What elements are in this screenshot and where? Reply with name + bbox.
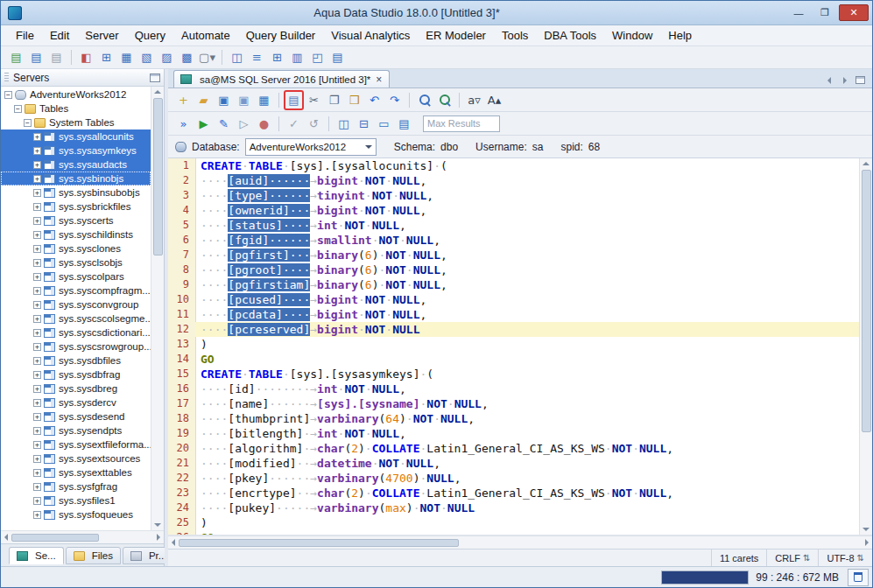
tree-item-tables[interactable]: −Tables <box>1 102 151 116</box>
execute-icon[interactable]: ▶ <box>194 115 213 133</box>
expand-icon[interactable]: + <box>33 217 41 225</box>
tree-item-sys-sysfoqueues[interactable]: +sys.sysfoqueues <box>1 508 151 522</box>
code-line-24[interactable]: 24····[pukey]·····→varbinary(max)·NOT·NU… <box>168 500 859 515</box>
expand-icon[interactable]: + <box>33 133 41 141</box>
sql-editor[interactable]: 1CREATE·TABLE·[sys].[sysallocunits]·(2··… <box>168 158 872 536</box>
tree-item-sys-sysdbfiles[interactable]: +sys.sysdbfiles <box>1 354 151 368</box>
execute-batch-icon[interactable]: » <box>174 115 193 133</box>
collapse-icon[interactable]: − <box>24 119 32 127</box>
expand-icon[interactable]: + <box>33 385 41 393</box>
menu-tools[interactable]: Tools <box>494 26 536 45</box>
tree-item-adventureworks2012[interactable]: −AdventureWorks2012 <box>1 88 151 102</box>
menu-automate[interactable]: Automate <box>173 26 238 45</box>
schema-browser-icon[interactable]: ▨ <box>158 48 176 66</box>
expand-icon[interactable]: + <box>33 301 41 309</box>
line-ending-selector[interactable]: CRLF ⇅ <box>766 550 818 566</box>
scroll-up-icon[interactable] <box>154 90 161 94</box>
expand-icon[interactable]: + <box>33 175 41 183</box>
query-builder-icon[interactable]: ⊞ <box>97 48 116 66</box>
execute-explain-icon[interactable]: ▷ <box>235 115 253 133</box>
form-editor-icon[interactable]: ◰ <box>308 48 327 66</box>
code-line-6[interactable]: 6····[fgid]······→smallint·NOT·NULL, <box>168 233 859 248</box>
tree-hscroll-thumb[interactable] <box>11 534 99 542</box>
expand-icon[interactable]: + <box>33 189 41 197</box>
code-line-26[interactable]: 26GO <box>168 530 859 535</box>
save-file-icon[interactable]: ▣ <box>215 91 233 109</box>
tree-item-sys-sysdesend[interactable]: +sys.sysdesend <box>1 410 151 424</box>
tree-item-sys-sysbinsubobjs[interactable]: +sys.sysbinsubobjs <box>1 186 151 200</box>
cut-icon[interactable]: ✂ <box>305 91 323 109</box>
tree-item-sys-sysdbreg[interactable]: +sys.sysdbreg <box>1 382 151 396</box>
menu-visual-analytics[interactable]: Visual Analytics <box>323 26 418 45</box>
tree-item-sys-sysexttables[interactable]: +sys.sysexttables <box>1 466 151 480</box>
expand-icon[interactable]: + <box>33 287 41 295</box>
expand-icon[interactable]: + <box>33 329 41 337</box>
menu-query-builder[interactable]: Query Builder <box>238 26 323 45</box>
scroll-left-icon[interactable] <box>172 539 175 546</box>
code-line-5[interactable]: 5····[status]····→int·NOT·NULL, <box>168 218 859 233</box>
maximize-button[interactable]: ❐ <box>813 4 837 21</box>
split-tab-vertical-icon[interactable]: ⊟ <box>355 115 373 133</box>
tree-item-sys-sysclones[interactable]: +sys.sysclones <box>1 242 151 256</box>
editor-vertical-scrollbar[interactable] <box>859 158 872 535</box>
code-line-23[interactable]: 23····[encrtype]··→char(2)·COLLATE·Latin… <box>168 486 859 500</box>
code-line-10[interactable]: 10····[pcused]····→bigint·NOT·NULL, <box>168 292 859 307</box>
code-line-4[interactable]: 4····[ownerid]···→bigint·NOT·NULL, <box>168 203 859 218</box>
menu-query[interactable]: Query <box>127 26 173 45</box>
float-panel-icon[interactable] <box>150 74 160 82</box>
code-line-7[interactable]: 7····[pgfirst]···→binary(6)·NOT·NULL, <box>168 248 859 262</box>
code-line-14[interactable]: 14GO <box>168 352 859 367</box>
code-line-8[interactable]: 8····[pgroot]····→binary(6)·NOT·NULL, <box>168 262 859 277</box>
tree-item-system-tables[interactable]: −System Tables <box>1 116 151 130</box>
menu-dba-tools[interactable]: DBA Tools <box>536 26 604 45</box>
rollback-icon[interactable]: ↺ <box>305 115 323 133</box>
tree-item-sys-sysextsources[interactable]: +sys.sysextsources <box>1 452 151 466</box>
minimize-button[interactable]: — <box>786 4 811 21</box>
expand-icon[interactable]: + <box>33 315 41 323</box>
max-results-input[interactable] <box>423 116 500 132</box>
app-logo-icon[interactable] <box>8 6 22 20</box>
tree-item-sys-syscsdictionari[interactable]: +sys.syscsdictionari... <box>1 326 151 340</box>
expand-icon[interactable]: + <box>33 469 41 477</box>
tree-vertical-scrollbar[interactable] <box>151 87 164 530</box>
expand-icon[interactable]: + <box>33 413 41 421</box>
tree-item-sys-sysconvgroup[interactable]: +sys.sysconvgroup <box>1 298 151 312</box>
expand-icon[interactable]: + <box>33 399 41 407</box>
print-icon[interactable]: ▤ <box>285 91 303 109</box>
menu-file[interactable]: File <box>8 26 42 45</box>
code-line-19[interactable]: 19····[bitlength]·→int·NOT·NULL, <box>168 426 859 441</box>
tree-item-sys-syscompfragm[interactable]: +sys.syscompfragm... <box>1 284 151 298</box>
previous-document-icon[interactable] <box>827 77 831 84</box>
file-browser-icon[interactable]: ▤ <box>328 48 347 66</box>
tree-item-sys-sysallocunits[interactable]: +sys.sysallocunits <box>1 130 151 144</box>
tree-item-sys-sysendpts[interactable]: +sys.sysendpts <box>1 424 151 438</box>
code-line-13[interactable]: 13) <box>168 337 859 352</box>
code-line-12[interactable]: 12····[pcreserved]→bigint·NOT·NULL <box>168 322 859 337</box>
code-line-2[interactable]: 2····[auid]······→bigint·NOT·NULL, <box>168 173 859 188</box>
visual-analytics-icon[interactable]: ▦ <box>117 48 136 66</box>
decrease-font-icon[interactable]: a▿ <box>465 91 483 109</box>
panel-grip-icon[interactable] <box>4 73 9 83</box>
panel-tab-files[interactable]: Files <box>66 547 121 564</box>
tree-item-sys-syscolpars[interactable]: +sys.syscolpars <box>1 270 151 284</box>
table-data-editor-icon[interactable]: ▩ <box>178 48 196 66</box>
menu-window[interactable]: Window <box>604 26 660 45</box>
code-line-21[interactable]: 21····[modified]··→datetime·NOT·NULL, <box>168 456 859 471</box>
register-server-icon[interactable]: ▤ <box>7 48 25 66</box>
code-line-17[interactable]: 17····[name]······→[sys].[sysname]·NOT·N… <box>168 396 859 411</box>
expand-icon[interactable]: + <box>33 427 41 435</box>
close-tab-icon[interactable]: × <box>375 74 383 86</box>
expand-icon[interactable]: + <box>33 497 41 505</box>
expand-icon[interactable]: + <box>33 371 41 379</box>
code-line-9[interactable]: 9····[pgfirstiam]→binary(6)·NOT·NULL, <box>168 277 859 292</box>
er-modeler-icon[interactable]: ▧ <box>137 48 156 66</box>
editor-hscroll-thumb[interactable] <box>179 539 459 547</box>
code-line-20[interactable]: 20····[algorithm]·→char(2)·COLLATE·Latin… <box>168 441 859 456</box>
menu-er-modeler[interactable]: ER Modeler <box>418 26 494 45</box>
grid-results-icon[interactable]: ◫ <box>228 48 246 66</box>
save-all-icon[interactable]: ▦ <box>255 91 273 109</box>
split-tab-horizontal-icon[interactable]: ◫ <box>334 115 353 133</box>
scroll-right-icon[interactable] <box>865 539 869 546</box>
tree-item-sys-syschildinsts[interactable]: +sys.syschildinsts <box>1 228 151 242</box>
new-query-analyzer-icon[interactable]: ◧ <box>77 48 95 66</box>
